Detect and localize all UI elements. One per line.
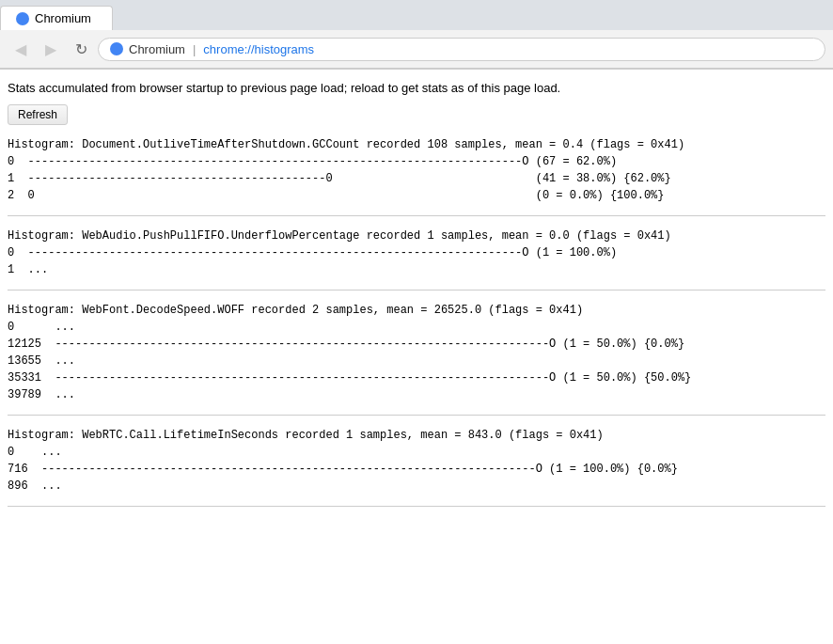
tab-favicon (16, 12, 29, 25)
histogram-text-2: Histogram: WebAudio.PushPullFIFO.Underfl… (8, 228, 825, 278)
back-icon: ◀ (15, 40, 26, 58)
tab-bar: Chromium (0, 0, 833, 30)
histogram-block-2: Histogram: WebAudio.PushPullFIFO.Underfl… (8, 228, 825, 278)
histogram-text-4: Histogram: WebRTC.Call.LifetimeInSeconds… (8, 427, 825, 495)
page-content: Stats accumulated from browser startup t… (0, 70, 833, 529)
divider-1 (8, 215, 825, 216)
info-text: Stats accumulated from browser startup t… (8, 81, 825, 95)
address-favicon (110, 42, 123, 55)
histogram-block-1: Histogram: Document.OutliveTimeAfterShut… (8, 136, 825, 204)
histogram-block-3: Histogram: WebFont.DecodeSpeed.WOFF reco… (8, 302, 825, 403)
forward-button[interactable]: ▶ (38, 36, 64, 62)
histogram-text-3: Histogram: WebFont.DecodeSpeed.WOFF reco… (8, 302, 825, 403)
refresh-button[interactable]: Refresh (8, 104, 68, 125)
tab-label: Chromium (35, 11, 91, 25)
browser-chrome: Chromium ◀ ▶ ↻ Chromium | chrome://histo… (0, 0, 833, 70)
divider-4 (8, 506, 825, 507)
histograms-container: Histogram: Document.OutliveTimeAfterShut… (8, 136, 825, 507)
histogram-text-1: Histogram: Document.OutliveTimeAfterShut… (8, 136, 825, 204)
forward-icon: ▶ (45, 40, 56, 58)
divider-3 (8, 415, 825, 416)
refresh-nav-button[interactable]: ↻ (68, 36, 94, 62)
divider-2 (8, 290, 825, 291)
address-url: chrome://histograms (203, 42, 314, 56)
active-tab[interactable]: Chromium (0, 6, 113, 30)
histogram-block-4: Histogram: WebRTC.Call.LifetimeInSeconds… (8, 427, 825, 495)
back-button[interactable]: ◀ (8, 36, 34, 62)
address-bar[interactable]: Chromium | chrome://histograms (98, 38, 825, 61)
address-site: Chromium (129, 42, 185, 56)
address-separator: | (193, 42, 196, 56)
refresh-nav-icon: ↻ (75, 40, 87, 58)
nav-bar: ◀ ▶ ↻ Chromium | chrome://histograms (0, 30, 833, 69)
